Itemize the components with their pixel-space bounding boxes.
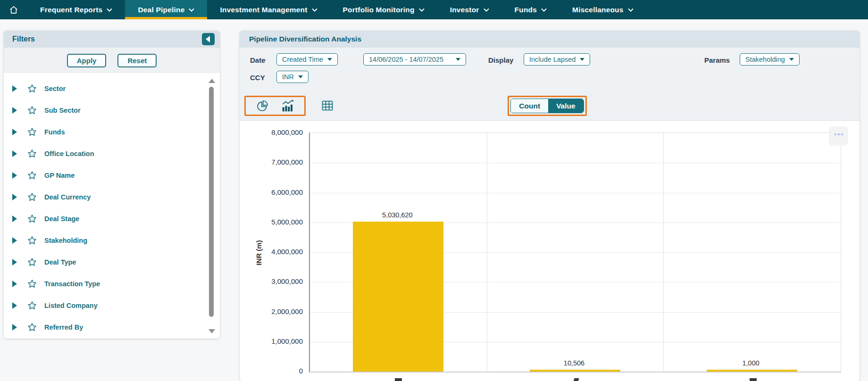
reset-button[interactable]: Reset (117, 54, 157, 67)
y-axis-tick-label: 1,000,000 (248, 337, 303, 345)
chevron-down-icon (107, 8, 112, 12)
star-icon[interactable] (27, 170, 37, 181)
toggle-count[interactable]: Count (511, 99, 548, 113)
scrollbar-thumb[interactable] (209, 87, 214, 317)
chevron-down-icon (312, 8, 317, 12)
star-icon[interactable] (27, 214, 37, 224)
expand-arrow-icon[interactable] (12, 259, 17, 265)
pie-chart-icon[interactable] (256, 99, 269, 113)
nav-item-portfolio-monitoring[interactable]: Portfolio Monitoring (330, 0, 437, 19)
scroll-up-icon[interactable] (209, 79, 215, 83)
ccy-value: INR (282, 73, 294, 81)
count-value-toggle: Count Value (510, 99, 584, 113)
nav-item-funds[interactable]: Funds (502, 0, 560, 19)
top-navigation: Frequent Reports Deal Pipeline Investmen… (0, 0, 868, 19)
star-icon[interactable] (27, 127, 37, 137)
caret-down-icon (789, 58, 794, 61)
caret-down-icon (298, 75, 303, 78)
table-view-icon[interactable] (321, 99, 334, 112)
star-icon[interactable] (27, 105, 37, 116)
expand-arrow-icon[interactable] (12, 107, 17, 114)
nav-item-frequent-reports[interactable]: Frequent Reports (27, 0, 125, 19)
filter-item-stakeholding[interactable]: Stakeholding (4, 230, 220, 251)
filter-item-sub-sector[interactable]: Sub Sector (4, 99, 220, 121)
nav-item-label: Funds (515, 6, 537, 14)
star-icon[interactable] (27, 322, 37, 332)
plot-area (309, 133, 841, 373)
filter-item-funds[interactable]: Funds (4, 121, 220, 143)
filter-item-referred-by[interactable]: Referred By (4, 316, 220, 338)
filters-panel: Filters Apply Reset SectorSub SectorFund… (4, 31, 220, 339)
home-icon (8, 5, 19, 15)
chart-area: INR (m) 8,000,0007,000,0006,000,0005,000… (240, 121, 860, 381)
nav-item-investor[interactable]: Investor (437, 0, 502, 19)
ccy-dropdown[interactable]: INR (276, 71, 309, 83)
bar-chart-icon[interactable] (281, 99, 295, 113)
display-dropdown[interactable]: Include Lapsed (524, 53, 590, 66)
star-icon[interactable] (27, 192, 37, 202)
filter-item-label: Listed Company (44, 302, 98, 309)
date-range-dropdown[interactable]: 14/06/2025 - 14/07/2025 (363, 53, 466, 66)
star-icon[interactable] (27, 235, 37, 246)
filter-item-gp-name[interactable]: GP Name (4, 165, 220, 186)
expand-arrow-icon[interactable] (12, 129, 17, 135)
filter-item-label: Deal Currency (44, 193, 91, 201)
filter-item-deal-stage[interactable]: Deal Stage (4, 208, 220, 230)
filter-item-label: Sector (44, 85, 66, 92)
gridline-vertical (487, 133, 487, 372)
date-type-dropdown[interactable]: Created Time (276, 53, 338, 66)
expand-arrow-icon[interactable] (12, 215, 17, 222)
filter-item-transaction-type[interactable]: Transaction Type (4, 273, 220, 295)
chart-menu-button[interactable] (829, 126, 848, 146)
apply-button[interactable]: Apply (67, 54, 107, 67)
display-value: Include Lapsed (529, 56, 576, 63)
star-icon[interactable] (27, 279, 37, 289)
expand-arrow-icon[interactable] (12, 194, 17, 200)
filter-list: SectorSub SectorFundsOffice LocationGP N… (4, 73, 220, 338)
filter-item-listed-company[interactable]: Listed Company (4, 295, 220, 316)
scroll-down-icon[interactable] (209, 329, 215, 333)
chart-type-highlight-box (244, 96, 306, 116)
expand-arrow-icon[interactable] (12, 302, 17, 309)
star-icon[interactable] (27, 300, 37, 311)
xaxis-label-clipped (395, 378, 402, 381)
bar-series-2[interactable] (707, 370, 797, 372)
nav-item-label: Investment Management (220, 6, 307, 14)
nav-item-miscellaneous[interactable]: Miscellaneous (559, 0, 646, 19)
toggle-value[interactable]: Value (548, 99, 584, 113)
y-axis-tick-label: 4,000,000 (248, 248, 303, 256)
bar-value-label: 5,030,620 (364, 211, 430, 219)
star-icon[interactable] (27, 257, 37, 267)
chevron-down-icon (484, 8, 489, 12)
filter-list-scrollbar[interactable] (208, 79, 215, 333)
expand-arrow-icon[interactable] (12, 85, 17, 92)
star-icon[interactable] (27, 83, 37, 94)
filters-title: Filters (12, 35, 35, 43)
filter-item-sector[interactable]: Sector (4, 78, 220, 99)
bar-series-0[interactable] (353, 222, 443, 372)
filter-item-office-location[interactable]: Office Location (4, 143, 220, 165)
params-dropdown[interactable]: Stakeholding (740, 53, 800, 66)
chevron-down-icon (189, 8, 194, 12)
filter-item-deal-type[interactable]: Deal Type (4, 251, 220, 273)
bar-series-1[interactable] (530, 370, 620, 372)
xaxis-label-clipped (573, 378, 579, 381)
caret-down-icon (580, 58, 584, 61)
expand-arrow-icon[interactable] (12, 324, 17, 331)
display-label: Display (488, 56, 513, 64)
collapse-filters-button[interactable] (202, 33, 215, 45)
y-axis-tick-label: 8,000,000 (248, 128, 303, 136)
expand-arrow-icon[interactable] (12, 150, 17, 157)
expand-arrow-icon[interactable] (12, 172, 17, 179)
gridline-vertical (663, 133, 664, 372)
expand-arrow-icon[interactable] (12, 281, 17, 287)
home-button[interactable] (0, 0, 27, 19)
nav-item-deal-pipeline[interactable]: Deal Pipeline (125, 0, 207, 19)
filter-item-deal-currency[interactable]: Deal Currency (4, 186, 220, 208)
nav-item-label: Frequent Reports (40, 6, 102, 14)
filter-item-label: Deal Stage (44, 215, 79, 223)
nav-item-investment-management[interactable]: Investment Management (207, 0, 330, 19)
expand-arrow-icon[interactable] (12, 237, 17, 244)
star-icon[interactable] (27, 149, 37, 159)
bar-value-label: 1,000 (718, 359, 784, 367)
